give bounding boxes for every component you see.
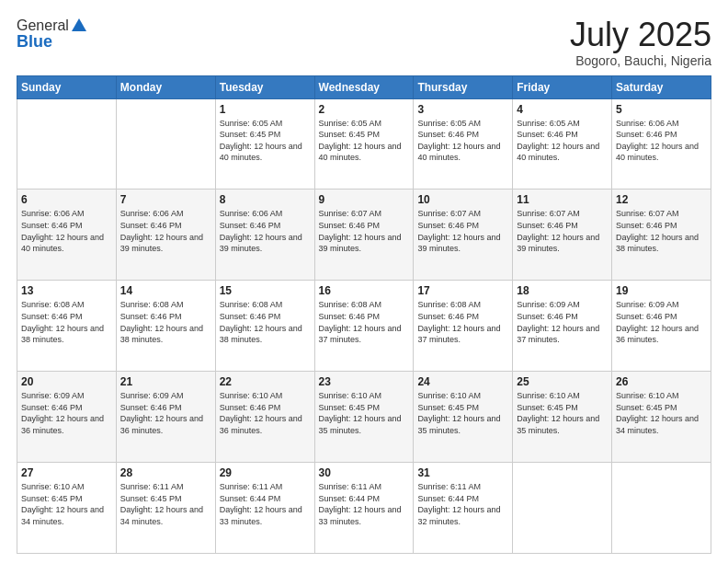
col-thursday: Thursday: [414, 75, 513, 98]
day-info: Sunrise: 6:08 AMSunset: 6:46 PMDaylight:…: [220, 299, 311, 345]
day-number: 19: [616, 284, 707, 297]
day-number: 17: [417, 284, 508, 297]
day-info: Sunrise: 6:09 AMSunset: 6:46 PMDaylight:…: [616, 299, 707, 345]
day-number: 28: [120, 466, 211, 479]
day-info: Sunrise: 6:09 AMSunset: 6:46 PMDaylight:…: [120, 390, 211, 436]
day-number: 1: [220, 103, 311, 116]
calendar-week-row: 1Sunrise: 6:05 AMSunset: 6:45 PMDaylight…: [17, 98, 711, 190]
day-info: Sunrise: 6:07 AMSunset: 6:46 PMDaylight:…: [417, 208, 508, 254]
table-row: 10Sunrise: 6:07 AMSunset: 6:46 PMDayligh…: [414, 190, 513, 281]
table-row: 6Sunrise: 6:06 AMSunset: 6:46 PMDaylight…: [17, 190, 117, 281]
day-info: Sunrise: 6:09 AMSunset: 6:46 PMDaylight:…: [21, 390, 112, 436]
header: General Blue July 2025 Bogoro, Bauchi, N…: [17, 17, 711, 68]
day-info: Sunrise: 6:08 AMSunset: 6:46 PMDaylight:…: [120, 299, 211, 345]
calendar-week-row: 6Sunrise: 6:06 AMSunset: 6:46 PMDaylight…: [17, 190, 711, 281]
day-number: 29: [220, 466, 311, 479]
table-row: [116, 98, 215, 190]
day-number: 27: [21, 466, 112, 479]
table-row: 24Sunrise: 6:10 AMSunset: 6:45 PMDayligh…: [414, 372, 513, 463]
day-number: 31: [417, 466, 508, 479]
day-info: Sunrise: 6:07 AMSunset: 6:46 PMDaylight:…: [517, 208, 608, 254]
day-info: Sunrise: 6:06 AMSunset: 6:46 PMDaylight:…: [21, 208, 112, 254]
table-row: 4Sunrise: 6:05 AMSunset: 6:46 PMDaylight…: [513, 98, 612, 190]
day-info: Sunrise: 6:11 AMSunset: 6:45 PMDaylight:…: [120, 481, 211, 527]
day-info: Sunrise: 6:08 AMSunset: 6:46 PMDaylight:…: [21, 299, 112, 345]
table-row: 20Sunrise: 6:09 AMSunset: 6:46 PMDayligh…: [17, 372, 117, 463]
table-row: 13Sunrise: 6:08 AMSunset: 6:46 PMDayligh…: [17, 281, 117, 372]
day-number: 24: [417, 375, 508, 388]
day-number: 10: [417, 193, 508, 206]
day-info: Sunrise: 6:11 AMSunset: 6:44 PMDaylight:…: [319, 481, 410, 527]
table-row: [513, 463, 612, 554]
day-number: 15: [220, 284, 311, 297]
svg-marker-0: [72, 18, 86, 31]
table-row: 27Sunrise: 6:10 AMSunset: 6:45 PMDayligh…: [17, 463, 117, 554]
day-number: 21: [120, 375, 211, 388]
day-info: Sunrise: 6:07 AMSunset: 6:46 PMDaylight:…: [319, 208, 410, 254]
location: Bogoro, Bauchi, Nigeria: [570, 53, 711, 68]
calendar-table: Sunday Monday Tuesday Wednesday Thursday…: [17, 75, 711, 554]
day-number: 2: [319, 103, 410, 116]
day-number: 8: [220, 193, 311, 206]
col-friday: Friday: [513, 75, 612, 98]
day-number: 25: [517, 375, 608, 388]
day-info: Sunrise: 6:11 AMSunset: 6:44 PMDaylight:…: [220, 481, 311, 527]
day-info: Sunrise: 6:10 AMSunset: 6:45 PMDaylight:…: [21, 481, 112, 527]
day-info: Sunrise: 6:07 AMSunset: 6:46 PMDaylight:…: [616, 208, 707, 254]
day-info: Sunrise: 6:05 AMSunset: 6:46 PMDaylight:…: [517, 118, 608, 164]
logo: General Blue: [17, 17, 88, 52]
table-row: 30Sunrise: 6:11 AMSunset: 6:44 PMDayligh…: [314, 463, 414, 554]
table-row: 23Sunrise: 6:10 AMSunset: 6:45 PMDayligh…: [314, 372, 414, 463]
day-info: Sunrise: 6:10 AMSunset: 6:45 PMDaylight:…: [616, 390, 707, 436]
page: General Blue July 2025 Bogoro, Bauchi, N…: [0, 0, 728, 563]
day-info: Sunrise: 6:06 AMSunset: 6:46 PMDaylight:…: [616, 118, 707, 164]
table-row: 2Sunrise: 6:05 AMSunset: 6:45 PMDaylight…: [314, 98, 414, 190]
day-number: 26: [616, 375, 707, 388]
day-info: Sunrise: 6:08 AMSunset: 6:46 PMDaylight:…: [417, 299, 508, 345]
day-number: 23: [319, 375, 410, 388]
table-row: 12Sunrise: 6:07 AMSunset: 6:46 PMDayligh…: [612, 190, 711, 281]
col-monday: Monday: [116, 75, 215, 98]
table-row: 8Sunrise: 6:06 AMSunset: 6:46 PMDaylight…: [215, 190, 314, 281]
day-number: 22: [220, 375, 311, 388]
col-wednesday: Wednesday: [314, 75, 414, 98]
month-title: July 2025: [570, 17, 711, 53]
day-number: 4: [517, 103, 608, 116]
table-row: 14Sunrise: 6:08 AMSunset: 6:46 PMDayligh…: [116, 281, 215, 372]
day-number: 13: [21, 284, 112, 297]
day-info: Sunrise: 6:05 AMSunset: 6:45 PMDaylight:…: [319, 118, 410, 164]
table-row: 17Sunrise: 6:08 AMSunset: 6:46 PMDayligh…: [414, 281, 513, 372]
table-row: [17, 98, 117, 190]
table-row: 9Sunrise: 6:07 AMSunset: 6:46 PMDaylight…: [314, 190, 414, 281]
day-number: 11: [517, 193, 608, 206]
logo-icon: [70, 17, 88, 35]
calendar-week-row: 13Sunrise: 6:08 AMSunset: 6:46 PMDayligh…: [17, 281, 711, 372]
day-info: Sunrise: 6:05 AMSunset: 6:46 PMDaylight:…: [417, 118, 508, 164]
table-row: 25Sunrise: 6:10 AMSunset: 6:45 PMDayligh…: [513, 372, 612, 463]
day-number: 6: [21, 193, 112, 206]
day-number: 14: [120, 284, 211, 297]
calendar-week-row: 20Sunrise: 6:09 AMSunset: 6:46 PMDayligh…: [17, 372, 711, 463]
table-row: 16Sunrise: 6:08 AMSunset: 6:46 PMDayligh…: [314, 281, 414, 372]
day-info: Sunrise: 6:10 AMSunset: 6:45 PMDaylight:…: [319, 390, 410, 436]
day-number: 16: [319, 284, 410, 297]
day-info: Sunrise: 6:10 AMSunset: 6:45 PMDaylight:…: [517, 390, 608, 436]
day-number: 12: [616, 193, 707, 206]
col-tuesday: Tuesday: [215, 75, 314, 98]
col-sunday: Sunday: [17, 75, 117, 98]
table-row: 1Sunrise: 6:05 AMSunset: 6:45 PMDaylight…: [215, 98, 314, 190]
table-row: 31Sunrise: 6:11 AMSunset: 6:44 PMDayligh…: [414, 463, 513, 554]
logo-blue-text: Blue: [17, 32, 88, 52]
day-number: 18: [517, 284, 608, 297]
day-number: 3: [417, 103, 508, 116]
day-number: 30: [319, 466, 410, 479]
table-row: 3Sunrise: 6:05 AMSunset: 6:46 PMDaylight…: [414, 98, 513, 190]
table-row: 11Sunrise: 6:07 AMSunset: 6:46 PMDayligh…: [513, 190, 612, 281]
calendar-header-row: Sunday Monday Tuesday Wednesday Thursday…: [17, 75, 711, 98]
day-info: Sunrise: 6:06 AMSunset: 6:46 PMDaylight:…: [120, 208, 211, 254]
day-number: 7: [120, 193, 211, 206]
day-number: 20: [21, 375, 112, 388]
day-info: Sunrise: 6:08 AMSunset: 6:46 PMDaylight:…: [319, 299, 410, 345]
table-row: 7Sunrise: 6:06 AMSunset: 6:46 PMDaylight…: [116, 190, 215, 281]
table-row: 21Sunrise: 6:09 AMSunset: 6:46 PMDayligh…: [116, 372, 215, 463]
